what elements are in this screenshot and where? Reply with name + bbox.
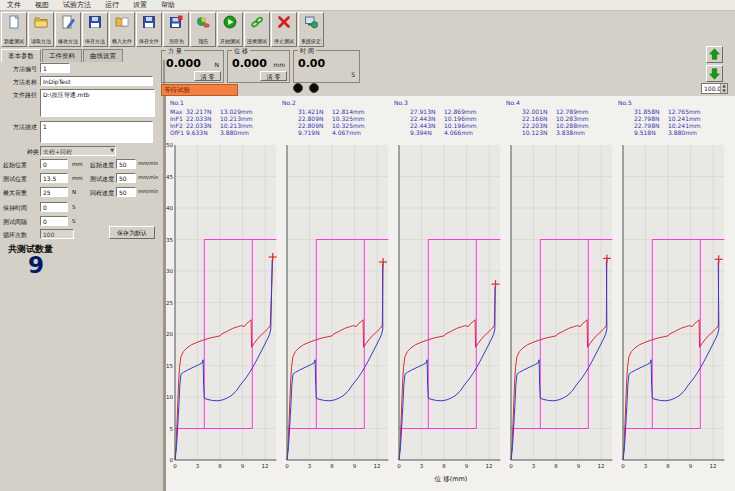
time-group: 时 间 0.00 S: [293, 50, 360, 83]
save-method-icon: [88, 15, 102, 29]
svg-text:10: 10: [166, 394, 173, 400]
svg-text:35: 35: [166, 237, 173, 243]
svg-text:12: 12: [262, 463, 269, 469]
menu-item-0[interactable]: 文件: [0, 0, 28, 10]
edit-method-button[interactable]: 修改方法: [55, 12, 81, 47]
jog-down-button[interactable]: [706, 65, 723, 82]
save-method-button[interactable]: 保存方法: [82, 12, 108, 47]
start-test-button[interactable]: 开始测试: [217, 12, 243, 47]
stats-row: 22.443N10.196mm: [394, 122, 477, 129]
menu-item-4[interactable]: 设置: [126, 0, 154, 10]
jog-speed-spinner[interactable]: 100.0 ▲▼: [701, 83, 728, 94]
stats-row: 10.123N3.838mm: [506, 129, 589, 136]
stats-panel-title: No.4: [506, 99, 589, 106]
svg-text:25: 25: [166, 300, 173, 306]
param-input[interactable]: 0: [40, 216, 68, 226]
save-default-button[interactable]: 保存为默认: [109, 226, 155, 239]
open-method-button[interactable]: 读取方法: [28, 12, 54, 47]
stats-row: 27.913N12.869mm: [394, 108, 477, 115]
param-label: 循环次数: [3, 231, 27, 240]
save-as-button[interactable]: 另存为: [163, 12, 189, 47]
force-clear-button[interactable]: 清 零: [194, 71, 221, 81]
load-file-button[interactable]: 载入文件: [109, 12, 135, 47]
tab-0[interactable]: 基本参数: [1, 49, 41, 62]
report-icon: [196, 15, 210, 29]
menu-item-5[interactable]: 帮助: [154, 0, 182, 10]
method-name-input[interactable]: InDipTest: [40, 76, 153, 86]
svg-text:6: 6: [554, 463, 558, 469]
param-input[interactable]: 50: [116, 187, 136, 197]
connect-test-button[interactable]: 连接测试: [244, 12, 270, 47]
open-method-icon: [34, 15, 48, 29]
svg-text:9: 9: [353, 463, 357, 469]
svg-text:30: 30: [166, 268, 173, 274]
param-unit: S: [72, 204, 76, 210]
save-as-icon: [169, 15, 183, 29]
tab-strip: 基本参数工件资料曲线设置: [1, 49, 124, 62]
svg-text:0: 0: [285, 463, 289, 469]
stats-panel-title: No.1: [170, 99, 253, 106]
svg-text:6: 6: [442, 463, 446, 469]
param-input[interactable]: 25: [40, 187, 68, 197]
param-label: 起始速度: [90, 161, 114, 170]
method-desc-input[interactable]: 1: [40, 121, 153, 143]
param-label: 起始位置: [3, 161, 27, 170]
stats-panel-title: No.5: [618, 99, 701, 106]
stats-row: 22.809N10.325mm: [282, 122, 365, 129]
kind-label: 种类: [27, 148, 39, 157]
method-no-label: 方法编号: [13, 65, 37, 74]
stats-panel-4: No.4 32.001N12.789mm 22.166N10.283mm 22.…: [506, 99, 589, 136]
arrow-up-icon: [707, 47, 722, 62]
new-test-button[interactable]: 新建测试: [1, 12, 27, 47]
svg-text:0: 0: [509, 463, 513, 469]
param-input[interactable]: 0: [40, 202, 68, 212]
param-input[interactable]: 50: [116, 173, 136, 183]
save-file-button[interactable]: 保存文件: [136, 12, 162, 47]
svg-text:6: 6: [218, 463, 222, 469]
spinner-arrows-icon[interactable]: ▲▼: [720, 84, 727, 93]
stats-row: 32.001N12.789mm: [506, 108, 589, 115]
stop-test-icon: [277, 15, 291, 29]
param-input[interactable]: 100: [40, 229, 74, 239]
stats-row: 22.203N10.288mm: [506, 122, 589, 129]
param-unit: N: [72, 189, 76, 195]
param-input[interactable]: 0: [40, 159, 68, 169]
new-test-icon: [7, 15, 21, 29]
param-unit: mm/min: [138, 161, 158, 166]
svg-text:位 移(mm): 位 移(mm): [435, 475, 468, 483]
stop-test-button[interactable]: 停止测试: [271, 12, 297, 47]
svg-text:6: 6: [666, 463, 670, 469]
menu-item-1[interactable]: 视图: [28, 0, 56, 10]
param-label: 回程速度: [90, 189, 114, 198]
file-path-input[interactable]: D:\按压导通.mtb: [40, 89, 155, 117]
toolbar: 新建测试 读取方法 修改方法 保存方法 载入文件 保存文件 另存为 报告 开始测…: [1, 12, 325, 48]
displacement-clear-button[interactable]: 清 零: [260, 71, 287, 81]
connect-test-icon: [250, 15, 264, 29]
kind-select[interactable]: 去程+回程 ▼: [40, 146, 116, 156]
param-input[interactable]: 50: [116, 159, 136, 169]
menu-item-2[interactable]: 试验方法: [56, 0, 98, 10]
stats-row: InF222.033N10.213mm: [170, 122, 253, 129]
tab-1[interactable]: 工件资料: [42, 49, 82, 62]
method-name-label: 方法名称: [13, 78, 37, 87]
menu-item-3[interactable]: 运行: [98, 0, 126, 10]
method-no-input[interactable]: 1: [40, 63, 70, 73]
stats-row: 22.809N10.325mm: [282, 115, 365, 122]
menu-bar: 文件视图试验方法运行设置帮助: [0, 0, 735, 11]
system-settings-button[interactable]: 系统设定: [298, 12, 324, 47]
param-label: 测试间隔: [3, 218, 27, 227]
stats-row: 22.443N10.196mm: [394, 115, 477, 122]
force-unit: N: [215, 61, 220, 68]
param-input[interactable]: 13.5: [40, 173, 68, 183]
svg-text:45: 45: [166, 174, 173, 180]
file-path-label: 文件路径: [13, 91, 37, 100]
report-button[interactable]: 报告: [190, 12, 216, 47]
svg-text:3: 3: [196, 463, 200, 469]
svg-text:9: 9: [241, 463, 245, 469]
svg-text:12: 12: [710, 463, 717, 469]
param-label: 最大荷重: [3, 189, 27, 198]
tab-2[interactable]: 曲线设置: [83, 49, 123, 62]
svg-text:20: 20: [166, 331, 173, 337]
stats-row: 9.518N3.880mm: [618, 129, 701, 136]
jog-up-button[interactable]: [706, 46, 723, 63]
